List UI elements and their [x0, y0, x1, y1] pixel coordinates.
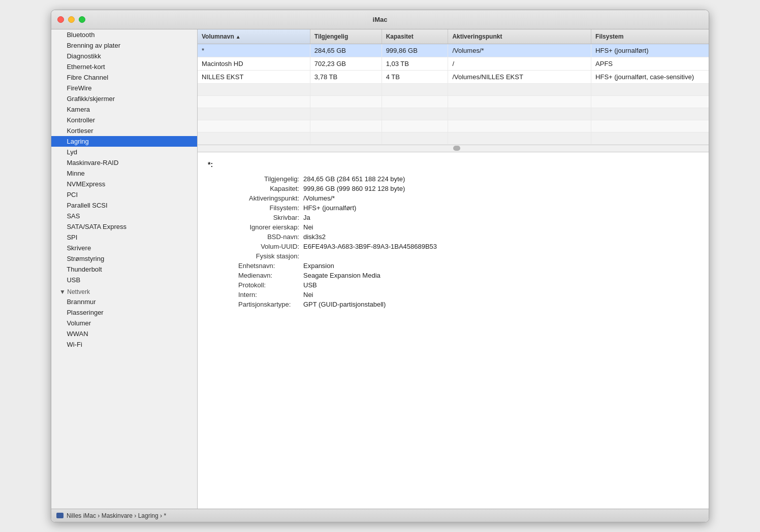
table-body: *284,65 GB999,86 GB/Volumes/*HFS+ (journ…	[198, 44, 709, 144]
empty-cell	[591, 95, 709, 108]
sidebar-item-thunderbolt[interactable]: Thunderbolt	[51, 264, 197, 275]
sidebar-item-bluetooth[interactable]: Bluetooth	[51, 29, 197, 40]
empty-cell	[198, 108, 310, 120]
detail-sub-value: Seagate Expansion Media	[303, 271, 699, 280]
cell-volumnavn: NILLES EKST	[198, 70, 310, 83]
cell-filsystem: HFS+ (journalført, case-sensitive)	[591, 70, 709, 83]
detail-sub-value: USB	[303, 281, 699, 289]
detail-area: *: Tilgjengelig:284,65 GB (284 651 188 2…	[198, 152, 709, 509]
detail-value: disk3s2	[303, 232, 699, 241]
sidebar-item-grafikk[interactable]: Grafikk/skjermer	[51, 93, 197, 104]
empty-cell	[382, 132, 448, 144]
table-row[interactable]: *284,65 GB999,86 GB/Volumes/*HFS+ (journ…	[198, 44, 709, 57]
sidebar-item-brenning[interactable]: Brenning av plater	[51, 40, 197, 51]
sidebar-item-wifi[interactable]: Wi-Fi	[51, 339, 197, 350]
th-filsystem[interactable]: Filsystem	[591, 29, 709, 44]
detail-label: Tilgjengelig:	[208, 175, 299, 183]
sidebar-item-volumer[interactable]: Volumer	[51, 318, 197, 328]
empty-row	[198, 95, 709, 108]
sidebar-item-stromstyring[interactable]: Strømstyring	[51, 253, 197, 264]
sidebar-item-parallell[interactable]: Parallell SCSI	[51, 200, 197, 211]
empty-cell	[382, 120, 448, 132]
detail-sub-label: Medienavn:	[208, 271, 299, 280]
sidebar-item-sas[interactable]: SAS	[51, 211, 197, 221]
sidebar-item-kamera[interactable]: Kamera	[51, 104, 197, 115]
empty-cell	[591, 83, 709, 95]
sidebar-item-maskinvare-raid[interactable]: Maskinvare-RAID	[51, 157, 197, 168]
empty-cell	[310, 108, 382, 120]
cell-aktiveringspunkt: /Volumes/NILLES EKST	[448, 70, 591, 83]
sidebar-item-fibre[interactable]: Fibre Channel	[51, 72, 197, 83]
cell-volumnavn: *	[198, 44, 310, 57]
empty-cell	[310, 83, 382, 95]
sidebar-item-brannmur[interactable]: Brannmur	[51, 296, 197, 307]
sidebar-item-plasseringer[interactable]: Plasseringer	[51, 307, 197, 318]
detail-grid: Tilgjengelig:284,65 GB (284 651 188 224 …	[208, 175, 699, 309]
minimize-button[interactable]	[68, 16, 75, 23]
titlebar: iMac	[51, 10, 709, 29]
empty-cell	[198, 132, 310, 144]
empty-cell	[591, 108, 709, 120]
detail-sub-label: Enhetsnavn:	[208, 261, 299, 270]
empty-cell	[448, 108, 591, 120]
empty-row	[198, 83, 709, 95]
detail-value: Nei	[303, 223, 699, 231]
detail-label: Fysisk stasjon:	[208, 252, 299, 260]
detail-label: Volum-UUID:	[208, 242, 299, 251]
th-volumnavn[interactable]: Volumnavn▲	[198, 29, 310, 44]
traffic-lights	[57, 16, 85, 23]
sidebar-item-diagnostikk[interactable]: Diagnostikk	[51, 51, 197, 61]
empty-row	[198, 108, 709, 120]
table-header: Volumnavn▲TilgjengeligKapasitetAktiverin…	[198, 29, 709, 44]
sidebar-item-kontroller[interactable]: Kontroller	[51, 115, 197, 125]
empty-cell	[198, 120, 310, 132]
cell-aktiveringspunkt: /	[448, 57, 591, 70]
empty-cell	[448, 132, 591, 144]
sidebar-item-firewire[interactable]: FireWire	[51, 83, 197, 93]
sidebar-item-pci[interactable]: PCI	[51, 189, 197, 200]
empty-cell	[310, 132, 382, 144]
sidebar-item-usb[interactable]: USB	[51, 275, 197, 285]
empty-cell	[198, 95, 310, 108]
sidebar-item-ethernet[interactable]: Ethernet-kort	[51, 61, 197, 72]
detail-label: Skrivbar:	[208, 213, 299, 222]
empty-cell	[382, 83, 448, 95]
storage-table: Volumnavn▲TilgjengeligKapasitetAktiverin…	[198, 29, 709, 145]
empty-cell	[448, 83, 591, 95]
empty-row	[198, 120, 709, 132]
table-row[interactable]: Macintosh HD702,23 GB1,03 TB/APFS	[198, 57, 709, 70]
sidebar-item-nvmexpress[interactable]: NVMExpress	[51, 179, 197, 189]
maximize-button[interactable]	[79, 16, 85, 23]
sidebar-item-wwan[interactable]: WWAN	[51, 328, 197, 339]
sidebar-item-spi[interactable]: SPI	[51, 232, 197, 243]
sidebar-item-nettverk-cat: ▼ Nettverk	[51, 285, 197, 296]
detail-label: BSD-navn:	[208, 232, 299, 241]
cell-aktiveringspunkt: /Volumes/*	[448, 44, 591, 57]
scroll-thumb[interactable]	[453, 146, 460, 151]
th-tilgjengelig[interactable]: Tilgjengelig	[310, 29, 382, 44]
th-aktiveringspunkt[interactable]: Aktiveringspunkt	[448, 29, 591, 44]
computer-icon	[56, 513, 64, 518]
cell-tilgjengelig: 3,78 TB	[310, 70, 382, 83]
th-kapasitet[interactable]: Kapasitet	[382, 29, 448, 44]
detail-value: 284,65 GB (284 651 188 224 byte)	[303, 175, 699, 183]
sidebar-item-lagring[interactable]: Lagring	[51, 136, 197, 147]
detail-title: *:	[208, 160, 699, 169]
cell-kapasitet: 999,86 GB	[382, 44, 448, 57]
app-window: iMac Bluetooth Brenning av plater Diagno…	[51, 10, 709, 522]
cell-kapasitet: 4 TB	[382, 70, 448, 83]
empty-cell	[198, 83, 310, 95]
sidebar-item-lyd[interactable]: Lyd	[51, 147, 197, 157]
sidebar-item-sata[interactable]: SATA/SATA Express	[51, 221, 197, 232]
detail-sub-label: Intern:	[208, 290, 299, 299]
empty-cell	[310, 95, 382, 108]
scroll-track[interactable]	[198, 145, 709, 152]
detail-sub-label: Protokoll:	[208, 281, 299, 289]
sidebar-item-skrivere[interactable]: Skrivere	[51, 243, 197, 253]
storage-table-area: Volumnavn▲TilgjengeligKapasitetAktiverin…	[198, 29, 709, 152]
sidebar-item-minne[interactable]: Minne	[51, 168, 197, 179]
close-button[interactable]	[57, 16, 64, 23]
table-row[interactable]: NILLES EKST3,78 TB4 TB/Volumes/NILLES EK…	[198, 70, 709, 83]
sidebar-item-kortleser[interactable]: Kortleser	[51, 125, 197, 136]
cell-tilgjengelig: 702,23 GB	[310, 57, 382, 70]
